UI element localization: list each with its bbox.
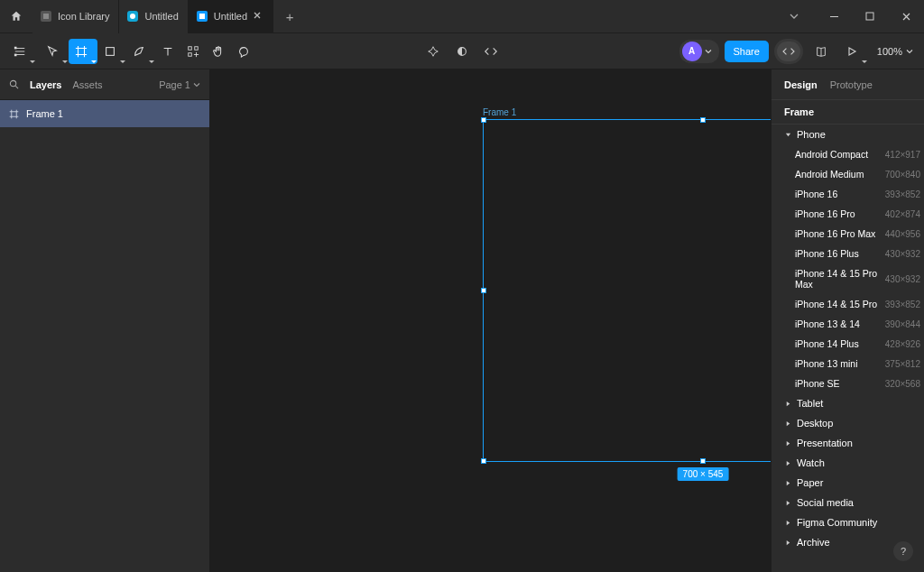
- caret-right-icon: [784, 500, 791, 506]
- svg-rect-12: [189, 52, 192, 56]
- main-menu[interactable]: [7, 39, 36, 64]
- page-selector[interactable]: Page 1: [159, 79, 200, 90]
- svg-point-14: [10, 80, 15, 86]
- preset-group-label: Desktop: [797, 418, 833, 429]
- canvas-frame-label[interactable]: Frame 1: [483, 107, 516, 117]
- svg-point-3: [130, 14, 135, 19]
- frame-icon: [9, 109, 19, 119]
- help-button[interactable]: ?: [893, 541, 913, 561]
- preset-iphone-13-14[interactable]: iPhone 13 & 14390×844: [772, 314, 924, 334]
- preset-group-label: Phone: [797, 129, 826, 140]
- home-button[interactable]: [0, 0, 32, 32]
- preset-iphone-16-pro[interactable]: iPhone 16 Pro402×874: [772, 204, 924, 224]
- preset-android-compact[interactable]: Android Compact412×917: [772, 144, 924, 164]
- preset-iphone-14-15-pro-max[interactable]: iPhone 14 & 15 Pro Max430×932: [772, 263, 924, 294]
- pen-tool[interactable]: [126, 39, 155, 64]
- caret-right-icon: [784, 420, 791, 427]
- selected-frame[interactable]: 700 × 545: [483, 119, 771, 462]
- preset-name: iPhone 14 & 15 Pro Max: [795, 268, 885, 290]
- resize-handle-bl[interactable]: [481, 458, 486, 464]
- window-menu-chevron[interactable]: [776, 0, 812, 33]
- preset-dims: 402×874: [885, 209, 920, 219]
- preset-iphone-16-plus[interactable]: iPhone 16 Plus430×932: [772, 244, 924, 263]
- tab-untitled-1[interactable]: Untitled: [119, 0, 188, 33]
- svg-rect-8: [14, 53, 17, 56]
- window-maximize[interactable]: [852, 0, 888, 33]
- svg-rect-10: [189, 46, 192, 50]
- preset-dims: 375×812: [885, 359, 920, 369]
- close-tab-icon[interactable]: [253, 11, 263, 22]
- preset-android-medium[interactable]: Android Medium700×840: [772, 164, 924, 184]
- preset-iphone-16[interactable]: iPhone 16393×852: [772, 184, 924, 204]
- window-minimize[interactable]: [816, 0, 852, 33]
- preset-name: iPhone 16 Plus: [795, 248, 859, 259]
- preset-name: iPhone SE: [795, 378, 840, 389]
- preset-dims: 428×926: [885, 339, 920, 349]
- preset-group-watch[interactable]: Watch: [772, 453, 924, 473]
- zoom-menu[interactable]: 100%: [873, 46, 917, 57]
- svg-rect-6: [866, 13, 873, 20]
- svg-rect-7: [14, 46, 17, 49]
- layers-tab[interactable]: Layers: [30, 79, 61, 90]
- dev-mode-button[interactable]: [777, 42, 800, 61]
- preset-group-presentation[interactable]: Presentation: [772, 433, 924, 453]
- preset-iphone-14-15-pro[interactable]: iPhone 14 & 15 Pro393×852: [772, 294, 924, 314]
- figma-file-icon: [40, 10, 52, 23]
- resize-handle-tl[interactable]: [481, 117, 486, 123]
- window-close[interactable]: [888, 0, 924, 33]
- right-panel: Design Prototype Frame PhoneAndroid Comp…: [771, 69, 924, 572]
- preset-dims: 430×932: [885, 249, 920, 259]
- shape-tool[interactable]: [97, 39, 126, 64]
- preset-group-phone[interactable]: Phone: [772, 125, 924, 144]
- design-tab[interactable]: Design: [784, 79, 818, 90]
- assets-tab[interactable]: Assets: [72, 79, 102, 90]
- dark-mode-toggle[interactable]: [449, 39, 475, 64]
- preset-group-label: Figma Community: [797, 517, 877, 528]
- caret-right-icon: [784, 480, 791, 486]
- hand-tool[interactable]: [206, 39, 231, 64]
- avatar-menu[interactable]: A: [679, 40, 719, 63]
- layer-row-frame-1[interactable]: Frame 1: [0, 100, 209, 127]
- preset-dims: 393×852: [885, 300, 920, 309]
- preset-iphone-16-pro-max[interactable]: iPhone 16 Pro Max440×956: [772, 224, 924, 244]
- preset-name: iPhone 14 & 15 Pro: [795, 299, 877, 309]
- preset-dims: 320×568: [885, 379, 920, 389]
- share-button[interactable]: Share: [725, 41, 769, 62]
- library-icon[interactable]: [808, 39, 834, 64]
- preset-group-tablet[interactable]: Tablet: [772, 393, 924, 413]
- svg-rect-9: [106, 47, 115, 55]
- move-tool[interactable]: [40, 39, 69, 64]
- resources-tool[interactable]: [180, 39, 206, 64]
- canvas[interactable]: Frame 1 700 × 545: [210, 69, 771, 572]
- preset-group-figma-community[interactable]: Figma Community: [772, 512, 924, 532]
- new-tab-button[interactable]: +: [273, 0, 306, 32]
- resize-handle-mt[interactable]: [700, 117, 706, 123]
- preset-iphone-14-plus[interactable]: iPhone 14 Plus428×926: [772, 334, 924, 354]
- caret-right-icon: [784, 401, 791, 407]
- preset-name: iPhone 14 Plus: [795, 338, 859, 349]
- caret-right-icon: [784, 540, 791, 546]
- prototype-tab[interactable]: Prototype: [830, 79, 873, 90]
- tab-label: Icon Library: [58, 11, 109, 22]
- preset-iphone-se[interactable]: iPhone SE320×568: [772, 374, 924, 393]
- multiplayer-cursor-icon[interactable]: [420, 39, 446, 64]
- tab-icon-library[interactable]: Icon Library: [32, 0, 119, 33]
- text-tool[interactable]: [155, 39, 180, 64]
- preset-group-paper[interactable]: Paper: [772, 473, 924, 493]
- resize-handle-ml[interactable]: [481, 288, 486, 293]
- dev-mode-toggle[interactable]: [478, 39, 504, 64]
- comment-tool[interactable]: [231, 39, 256, 64]
- figma-file-icon: [196, 10, 208, 23]
- present-button[interactable]: [839, 39, 868, 64]
- resize-handle-mb[interactable]: [700, 458, 706, 464]
- search-icon[interactable]: [9, 79, 19, 89]
- preset-iphone-13-mini[interactable]: iPhone 13 mini375×812: [772, 354, 924, 374]
- preset-name: iPhone 13 & 14: [795, 318, 860, 329]
- preset-dims: 700×840: [885, 170, 920, 180]
- tab-untitled-2-active[interactable]: Untitled: [189, 0, 273, 33]
- caret-right-icon: [784, 460, 791, 466]
- frame-size-badge: 700 × 545: [678, 467, 729, 481]
- preset-group-desktop[interactable]: Desktop: [772, 413, 924, 433]
- preset-group-social-media[interactable]: Social media: [772, 493, 924, 512]
- frame-tool[interactable]: [69, 39, 97, 64]
